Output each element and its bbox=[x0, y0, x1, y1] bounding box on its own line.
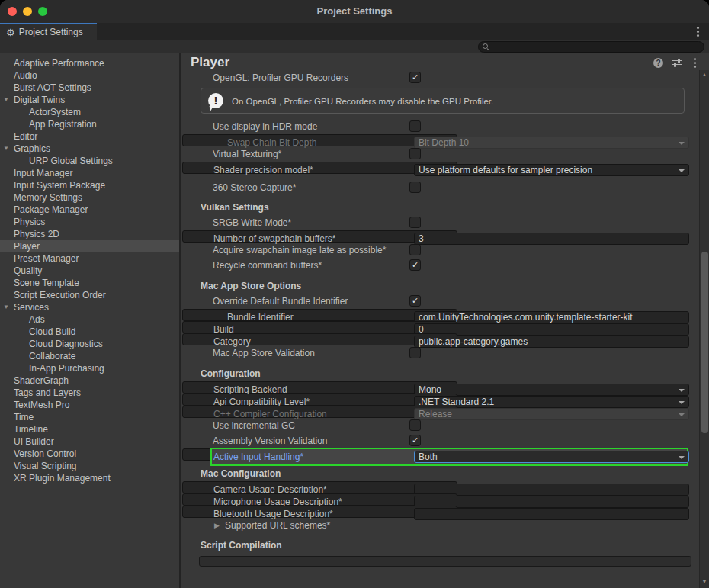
tab-project-settings[interactable]: ⚙ Project Settings bbox=[0, 23, 97, 40]
chevron-down-icon bbox=[679, 401, 685, 404]
text-field-input[interactable] bbox=[419, 312, 685, 323]
sidebar-item-memory-settings[interactable]: Memory Settings bbox=[0, 191, 179, 204]
sidebar-item-label: Timeline bbox=[14, 424, 48, 435]
tab-label: Project Settings bbox=[19, 24, 83, 40]
setting-label: Script Compilation bbox=[201, 538, 282, 553]
clipped-settings-box bbox=[199, 556, 691, 567]
setting-label: Virtual Texturing* bbox=[213, 146, 281, 162]
field-row: Bluetooth Usage Description* bbox=[182, 506, 457, 518]
checkbox[interactable] bbox=[409, 182, 421, 193]
sidebar-item-script-execution-order[interactable]: Script Execution Order bbox=[0, 289, 179, 301]
checkbox[interactable] bbox=[409, 148, 421, 159]
checkbox[interactable] bbox=[409, 419, 421, 431]
sidebar-item-scene-template[interactable]: Scene Template bbox=[0, 277, 179, 289]
sidebar-item-label: Time bbox=[14, 412, 34, 423]
window-title: Project Settings bbox=[0, 0, 709, 23]
checkbox[interactable]: ✓ bbox=[409, 295, 421, 307]
sidebar-item-cloud-diagnostics[interactable]: Cloud Diagnostics bbox=[0, 338, 179, 350]
sidebar-item-label: App Registration bbox=[29, 119, 97, 130]
sidebar-item-timeline[interactable]: Timeline bbox=[0, 423, 179, 435]
sidebar-item-visual-scripting[interactable]: Visual Scripting bbox=[0, 460, 179, 472]
sidebar-item-burst-aot-settings[interactable]: Burst AOT Settings bbox=[0, 82, 179, 94]
text-field-input[interactable] bbox=[419, 484, 685, 495]
checkbox[interactable] bbox=[409, 244, 421, 255]
text-field-input[interactable] bbox=[419, 496, 685, 507]
titlebar: Project Settings bbox=[0, 0, 709, 23]
search-box[interactable] bbox=[478, 41, 704, 53]
setting-label: Configuration bbox=[201, 366, 261, 381]
sidebar-item-label: Package Manager bbox=[14, 204, 88, 215]
sidebar-item-package-manager[interactable]: Package Manager bbox=[0, 204, 179, 216]
setting-label: Active Input Handling* bbox=[213, 449, 303, 464]
sidebar-item-app-registration[interactable]: App Registration bbox=[0, 118, 179, 130]
vertical-scrollbar[interactable]: ▲ ▼ bbox=[699, 70, 709, 588]
sidebar-item-player[interactable]: Player bbox=[0, 240, 179, 252]
sidebar-item-label: Editor bbox=[14, 131, 37, 142]
sidebar-item-version-control[interactable]: Version Control bbox=[0, 448, 179, 460]
scrollbar-thumb[interactable] bbox=[701, 252, 708, 433]
sidebar-item-label: Physics 2D bbox=[14, 229, 59, 239]
header-menu-kebab-icon[interactable] bbox=[691, 57, 698, 68]
checkbox[interactable]: ✓ bbox=[409, 72, 421, 83]
sidebar-item-physics[interactable]: Physics bbox=[0, 216, 179, 228]
sidebar-item-label: Audio bbox=[14, 70, 37, 81]
checkbox[interactable] bbox=[409, 347, 421, 358]
sidebar-item-editor[interactable]: Editor bbox=[0, 130, 179, 143]
checkbox[interactable]: ✓ bbox=[409, 259, 421, 271]
tab-menu-kebab-icon[interactable] bbox=[692, 25, 703, 37]
field-row: Number of swapchain buffers* bbox=[182, 230, 457, 243]
sidebar-item-ui-builder[interactable]: UI Builder bbox=[0, 435, 179, 448]
chevron-down-icon bbox=[679, 389, 685, 392]
sidebar-item-preset-manager[interactable]: Preset Manager bbox=[0, 252, 179, 265]
sidebar-item-graphics[interactable]: ▼Graphics bbox=[0, 143, 179, 155]
dropdown-row: Api Compatibility Level*.NET Standard 2.… bbox=[182, 394, 457, 406]
sidebar-item-quality[interactable]: Quality bbox=[0, 265, 179, 277]
checkbox[interactable]: ✓ bbox=[409, 435, 421, 446]
sidebar-item-label: ShaderGraph bbox=[14, 375, 69, 386]
sidebar-item-input-system-package[interactable]: Input System Package bbox=[0, 179, 179, 191]
sidebar-item-actorsystem[interactable]: ActorSystem bbox=[0, 106, 179, 118]
toggle-row: 360 Stereo Capture* bbox=[182, 180, 699, 195]
settings-scroll-area: OpenGL: Profiler GPU Recorders✓!On OpenG… bbox=[182, 70, 699, 588]
content-panel: Player ? OpenGL: Profiler GPU Recorders✓… bbox=[182, 53, 709, 588]
sidebar-item-services[interactable]: ▼Services bbox=[0, 301, 179, 313]
sidebar-item-label: Burst AOT Settings bbox=[14, 82, 91, 93]
toggle-row: SRGB Write Mode* bbox=[182, 215, 699, 230]
sidebar-item-shadergraph[interactable]: ShaderGraph bbox=[0, 374, 179, 387]
sidebar-item-label: Collaborate bbox=[29, 351, 75, 361]
sidebar-item-ads[interactable]: Ads bbox=[0, 313, 179, 326]
help-icon[interactable]: ? bbox=[653, 58, 663, 68]
sidebar-item-textmesh-pro[interactable]: TextMesh Pro bbox=[0, 399, 179, 411]
setting-label: Mac Configuration bbox=[201, 466, 281, 481]
sidebar-item-input-manager[interactable]: Input Manager bbox=[0, 167, 179, 179]
checkbox[interactable] bbox=[409, 217, 421, 228]
setting-label: Supported URL schemes* bbox=[225, 518, 330, 533]
info-box: !On OpenGL, Profiler GPU Recorders may d… bbox=[201, 88, 685, 114]
toggle-row: Override Default Bundle Identifier✓ bbox=[182, 294, 699, 309]
dropdown[interactable]: Both bbox=[414, 451, 689, 463]
preset-sliders-icon[interactable] bbox=[672, 58, 682, 68]
sidebar-item-adaptive-performance[interactable]: Adaptive Performance bbox=[0, 57, 179, 69]
text-field-input[interactable] bbox=[419, 324, 685, 335]
sidebar-item-urp-global-settings[interactable]: URP Global Settings bbox=[0, 155, 179, 167]
sidebar-item-physics-2d[interactable]: Physics 2D bbox=[0, 228, 179, 240]
scrollbar-up-arrow-icon[interactable]: ▲ bbox=[700, 72, 709, 81]
settings-sidebar: Adaptive PerformanceAudioBurst AOT Setti… bbox=[0, 53, 181, 588]
sidebar-item-audio[interactable]: Audio bbox=[0, 69, 179, 82]
sidebar-item-tags-and-layers[interactable]: Tags and Layers bbox=[0, 387, 179, 399]
setting-label: SRGB Write Mode* bbox=[213, 215, 291, 230]
sidebar-item-digital-twins[interactable]: ▼Digital Twins bbox=[0, 94, 179, 106]
sidebar-item-xr-plugin-management[interactable]: XR Plugin Management bbox=[0, 472, 179, 484]
sidebar-item-collaborate[interactable]: Collaborate bbox=[0, 350, 179, 362]
checkbox[interactable] bbox=[409, 120, 421, 132]
scrollbar-down-arrow-icon[interactable]: ▼ bbox=[700, 577, 709, 586]
sidebar-item-time[interactable]: Time bbox=[0, 411, 179, 423]
dropdown[interactable]: Use platform defaults for sampler precis… bbox=[414, 164, 689, 176]
foldout-arrow-icon[interactable]: ▼ bbox=[3, 301, 9, 313]
foldout-arrow-icon[interactable]: ▼ bbox=[3, 94, 9, 106]
foldout-arrow-icon[interactable]: ▼ bbox=[3, 143, 9, 155]
foldout-collapsed-icon[interactable]: ▶ bbox=[214, 518, 220, 533]
sidebar-item-cloud-build[interactable]: Cloud Build bbox=[0, 326, 179, 338]
sidebar-item-in-app-purchasing[interactable]: In-App Purchasing bbox=[0, 362, 179, 374]
search-input[interactable] bbox=[492, 43, 698, 52]
